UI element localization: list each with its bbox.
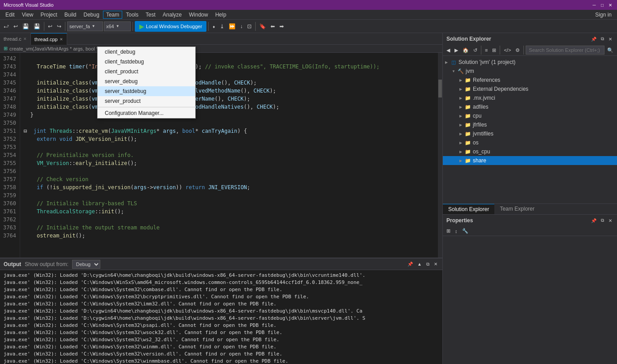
tree-cpu[interactable]: ▶ 📁 cpu xyxy=(443,111,617,120)
output-close-btn[interactable]: ✕ xyxy=(433,261,439,267)
tree-arrow-share: ▶ xyxy=(457,159,464,163)
tree-arrow-ext: ▶ xyxy=(457,87,464,91)
toolbar-btn-save2[interactable]: 💾 xyxy=(32,21,42,32)
tree-os-cpu[interactable]: ▶ 📁 os_cpu xyxy=(443,147,617,156)
maximize-btn[interactable]: □ xyxy=(599,2,605,8)
menu-tools[interactable]: Tools xyxy=(122,11,142,19)
minimize-btn[interactable]: ─ xyxy=(591,2,597,8)
tree-mx-jvmci[interactable]: ▶ 📁 .mx.jvmci xyxy=(443,93,617,102)
sol-tb-filter[interactable]: ≡ xyxy=(483,47,489,54)
tree-project-jvm[interactable]: ▼ 🔨 jvm xyxy=(443,67,617,76)
tab-solution-explorer[interactable]: Solution Explorer xyxy=(443,204,494,214)
props-pin-btn[interactable]: 📌 xyxy=(590,217,598,224)
toolbar-undo[interactable]: ↩ xyxy=(46,21,54,32)
tab-thread-c[interactable]: thread.c ✕ xyxy=(0,33,31,45)
output-source-select[interactable]: Debug xyxy=(72,260,100,269)
menu-analyze[interactable]: Analyze xyxy=(159,11,185,19)
tree-solution[interactable]: ▶ ◫ Solution 'jvm' (1 project) xyxy=(443,58,617,67)
close-btn[interactable]: ✕ xyxy=(607,2,613,8)
output-float-btn[interactable]: ⧉ xyxy=(425,261,431,267)
props-close-btn[interactable]: ✕ xyxy=(607,217,613,224)
props-float-btn[interactable]: ⧉ xyxy=(600,217,605,224)
run-label: Local Windows Debugger xyxy=(146,24,202,29)
menu-debug[interactable]: Debug xyxy=(80,11,103,19)
tab-team-explorer[interactable]: Team Explorer xyxy=(494,204,540,214)
code-area[interactable]: TraceTime timer("Initialize VM", TraceSt… xyxy=(20,53,442,258)
tab-close-cpp-icon[interactable]: ✕ xyxy=(60,37,63,42)
props-sort-btn[interactable]: ↕ xyxy=(453,228,459,235)
tab-thread-c-label: thread.c xyxy=(4,36,21,42)
config-dropdown[interactable]: server_fa ▼ xyxy=(67,21,103,31)
toolbar-bookmark[interactable]: 🔖 xyxy=(257,21,268,32)
toolbar-btn-1[interactable]: ⮐ xyxy=(2,21,11,32)
tree-adfiles[interactable]: ▶ 📁 adfiles xyxy=(443,102,617,111)
properties-title: Properties xyxy=(446,217,473,224)
toolbar-nav2[interactable]: ➡ xyxy=(278,21,286,32)
menu-window[interactable]: Window xyxy=(185,11,212,19)
scroll-indicator[interactable] xyxy=(438,53,442,258)
toolbar-nav1[interactable]: ⬅ xyxy=(269,21,277,32)
dropdown-item-1[interactable]: client_fastdebug xyxy=(98,57,195,67)
solution-explorer-controls: 📌 ⧉ ✕ xyxy=(590,36,613,42)
project-icon: 🔨 xyxy=(457,68,464,75)
dropdown-item-0[interactable]: client_debug xyxy=(98,47,195,57)
toolbar-debug-btn1[interactable]: ⤓ xyxy=(218,21,226,32)
scroll-thumb[interactable] xyxy=(438,80,442,97)
sol-tb-refresh[interactable]: ↺ xyxy=(471,47,479,54)
menu-build[interactable]: Build xyxy=(61,11,80,19)
toolbar-debug-btn3[interactable]: ↓ xyxy=(238,21,244,32)
dropdown-item-6[interactable]: Configuration Manager... xyxy=(98,108,195,118)
tree-external-deps[interactable]: ▶ 📁 External Dependencies xyxy=(443,85,617,93)
toolbar-breakpoint-btn[interactable]: ⬧ xyxy=(210,21,217,32)
menu-view[interactable]: View xyxy=(18,11,37,19)
menu-edit[interactable]: Edit xyxy=(2,11,18,19)
tree-jvmtifiles-label: jvmtifiles xyxy=(473,131,493,137)
toolbar-btn-2[interactable]: ↩ xyxy=(12,21,20,32)
solution-search-input[interactable] xyxy=(526,46,604,55)
output-line: java.exe' (Win32): Loaded 'C:\Windows\Sy… xyxy=(4,322,439,329)
menu-help[interactable]: Help xyxy=(212,11,230,19)
sol-close-btn[interactable]: ✕ xyxy=(607,36,613,42)
sol-tb-settings[interactable]: ⚙ xyxy=(514,47,522,54)
dropdown-item-3[interactable]: server_debug xyxy=(98,76,195,86)
sol-tb-forward[interactable]: ▶ xyxy=(453,47,460,54)
dropdown-item-5[interactable]: server_product xyxy=(98,96,195,106)
menu-team[interactable]: Team xyxy=(103,11,122,19)
output-collapse-btn[interactable]: ▲ xyxy=(416,261,423,267)
show-output-label: Show output from: xyxy=(25,261,68,267)
sol-tb-back[interactable]: ◀ xyxy=(445,47,452,54)
window-controls[interactable]: ─ □ ✕ xyxy=(591,2,613,8)
dropdown-item-4[interactable]: server_fastdebug xyxy=(98,86,195,96)
sol-tb-code[interactable]: </> xyxy=(502,47,513,54)
sol-tb-home[interactable]: 🏠 xyxy=(461,47,471,54)
menu-project[interactable]: Project xyxy=(37,11,60,19)
sign-in-link[interactable]: Sign in xyxy=(591,11,615,19)
arch-dropdown[interactable]: x64 ▼ xyxy=(104,21,131,31)
run-button[interactable]: ▶ Local Windows Debugger xyxy=(135,21,206,32)
toolbar-btn-save1[interactable]: 💾 xyxy=(21,21,31,32)
output-pin-btn[interactable]: 📌 xyxy=(406,261,414,267)
sol-pin-btn[interactable]: 📌 xyxy=(590,36,598,42)
output-title: Output xyxy=(4,261,21,267)
tab-thread-cpp[interactable]: thread.cpp ✕ xyxy=(31,33,67,45)
toolbar-debug-btn2[interactable]: ⏩ xyxy=(227,21,237,32)
tree-share[interactable]: ▶ 📁 share xyxy=(443,156,617,165)
sol-float-btn[interactable]: ⧉ xyxy=(600,36,605,42)
props-wrench-btn[interactable]: 🔧 xyxy=(460,227,470,235)
toolbar-redo[interactable]: ↪ xyxy=(55,21,63,32)
output-line: java.exe' (Win32): Loaded 'D:\cygwin64\h… xyxy=(4,315,439,322)
tab-close-icon[interactable]: ✕ xyxy=(23,37,27,41)
sol-tb-view[interactable]: ⊞ xyxy=(490,47,498,54)
sol-search-btn[interactable]: 🔍 xyxy=(605,47,615,54)
tree-jfrfiles[interactable]: ▶ 📁 jfrfiles xyxy=(443,120,617,129)
config-dropdown-menu[interactable]: client_debug client_fastdebug client_pro… xyxy=(97,47,196,119)
tree-os[interactable]: ▶ 📁 os xyxy=(443,138,617,147)
dropdown-item-2[interactable]: client_product xyxy=(98,67,195,76)
tree-jvmtifiles[interactable]: ▶ 📁 jvmtifiles xyxy=(443,129,617,138)
toolbar-debug-btn4[interactable]: ⊡ xyxy=(245,21,253,32)
tree-references[interactable]: ▶ 📁 References xyxy=(443,76,617,85)
menu-test[interactable]: Test xyxy=(142,11,159,19)
output-line: java.exe' (Win32): Loaded 'C:\Windows\Sy… xyxy=(4,351,439,358)
props-grid-btn[interactable]: ⊞ xyxy=(445,227,452,235)
jvmtifiles-icon: 📁 xyxy=(464,130,471,137)
